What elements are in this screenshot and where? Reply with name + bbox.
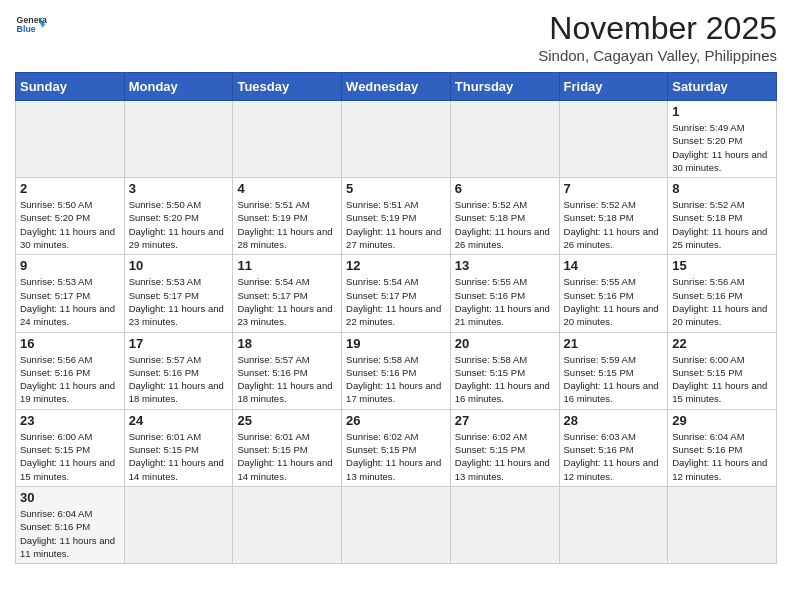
date-number: 30 [20, 490, 120, 505]
cell-content: Sunrise: 5:51 AM Sunset: 5:19 PM Dayligh… [237, 198, 337, 251]
calendar-cell: 14Sunrise: 5:55 AM Sunset: 5:16 PM Dayli… [559, 255, 668, 332]
calendar-cell: 8Sunrise: 5:52 AM Sunset: 5:18 PM Daylig… [668, 178, 777, 255]
calendar-cell: 13Sunrise: 5:55 AM Sunset: 5:16 PM Dayli… [450, 255, 559, 332]
cell-content: Sunrise: 5:52 AM Sunset: 5:18 PM Dayligh… [455, 198, 555, 251]
generalblue-logo-icon: General Blue [15, 10, 47, 42]
cell-content: Sunrise: 5:53 AM Sunset: 5:17 PM Dayligh… [129, 275, 229, 328]
calendar-cell: 23Sunrise: 6:00 AM Sunset: 5:15 PM Dayli… [16, 409, 125, 486]
day-header-thursday: Thursday [450, 73, 559, 101]
cell-content: Sunrise: 5:52 AM Sunset: 5:18 PM Dayligh… [564, 198, 664, 251]
calendar-table: SundayMondayTuesdayWednesdayThursdayFrid… [15, 72, 777, 564]
calendar-cell: 30Sunrise: 6:04 AM Sunset: 5:16 PM Dayli… [16, 486, 125, 563]
cell-content: Sunrise: 5:58 AM Sunset: 5:16 PM Dayligh… [346, 353, 446, 406]
week-row-0: 1Sunrise: 5:49 AM Sunset: 5:20 PM Daylig… [16, 101, 777, 178]
calendar-cell [450, 101, 559, 178]
page-container: General Blue November 2025 Sindon, Cagay… [15, 10, 777, 564]
location-subtitle: Sindon, Cagayan Valley, Philippines [538, 47, 777, 64]
date-number: 1 [672, 104, 772, 119]
title-section: November 2025 Sindon, Cagayan Valley, Ph… [538, 10, 777, 64]
day-header-friday: Friday [559, 73, 668, 101]
week-row-2: 9Sunrise: 5:53 AM Sunset: 5:17 PM Daylig… [16, 255, 777, 332]
cell-content: Sunrise: 6:03 AM Sunset: 5:16 PM Dayligh… [564, 430, 664, 483]
day-header-tuesday: Tuesday [233, 73, 342, 101]
calendar-cell [342, 101, 451, 178]
cell-content: Sunrise: 5:54 AM Sunset: 5:17 PM Dayligh… [237, 275, 337, 328]
week-row-1: 2Sunrise: 5:50 AM Sunset: 5:20 PM Daylig… [16, 178, 777, 255]
cell-content: Sunrise: 6:04 AM Sunset: 5:16 PM Dayligh… [20, 507, 120, 560]
cell-content: Sunrise: 5:57 AM Sunset: 5:16 PM Dayligh… [237, 353, 337, 406]
date-number: 15 [672, 258, 772, 273]
date-number: 12 [346, 258, 446, 273]
date-number: 28 [564, 413, 664, 428]
calendar-cell: 11Sunrise: 5:54 AM Sunset: 5:17 PM Dayli… [233, 255, 342, 332]
cell-content: Sunrise: 6:02 AM Sunset: 5:15 PM Dayligh… [455, 430, 555, 483]
calendar-cell: 7Sunrise: 5:52 AM Sunset: 5:18 PM Daylig… [559, 178, 668, 255]
date-number: 10 [129, 258, 229, 273]
calendar-cell: 25Sunrise: 6:01 AM Sunset: 5:15 PM Dayli… [233, 409, 342, 486]
date-number: 22 [672, 336, 772, 351]
cell-content: Sunrise: 5:59 AM Sunset: 5:15 PM Dayligh… [564, 353, 664, 406]
date-number: 6 [455, 181, 555, 196]
calendar-cell: 29Sunrise: 6:04 AM Sunset: 5:16 PM Dayli… [668, 409, 777, 486]
day-header-sunday: Sunday [16, 73, 125, 101]
calendar-cell: 10Sunrise: 5:53 AM Sunset: 5:17 PM Dayli… [124, 255, 233, 332]
cell-content: Sunrise: 6:01 AM Sunset: 5:15 PM Dayligh… [129, 430, 229, 483]
header-row: SundayMondayTuesdayWednesdayThursdayFrid… [16, 73, 777, 101]
cell-content: Sunrise: 6:01 AM Sunset: 5:15 PM Dayligh… [237, 430, 337, 483]
calendar-cell: 16Sunrise: 5:56 AM Sunset: 5:16 PM Dayli… [16, 332, 125, 409]
date-number: 25 [237, 413, 337, 428]
cell-content: Sunrise: 5:53 AM Sunset: 5:17 PM Dayligh… [20, 275, 120, 328]
cell-content: Sunrise: 6:00 AM Sunset: 5:15 PM Dayligh… [672, 353, 772, 406]
calendar-cell: 19Sunrise: 5:58 AM Sunset: 5:16 PM Dayli… [342, 332, 451, 409]
cell-content: Sunrise: 6:04 AM Sunset: 5:16 PM Dayligh… [672, 430, 772, 483]
cell-content: Sunrise: 5:55 AM Sunset: 5:16 PM Dayligh… [455, 275, 555, 328]
date-number: 27 [455, 413, 555, 428]
date-number: 11 [237, 258, 337, 273]
date-number: 20 [455, 336, 555, 351]
calendar-cell [559, 486, 668, 563]
cell-content: Sunrise: 5:58 AM Sunset: 5:15 PM Dayligh… [455, 353, 555, 406]
calendar-cell [233, 101, 342, 178]
date-number: 13 [455, 258, 555, 273]
day-header-wednesday: Wednesday [342, 73, 451, 101]
calendar-cell: 9Sunrise: 5:53 AM Sunset: 5:17 PM Daylig… [16, 255, 125, 332]
calendar-cell: 15Sunrise: 5:56 AM Sunset: 5:16 PM Dayli… [668, 255, 777, 332]
date-number: 29 [672, 413, 772, 428]
cell-content: Sunrise: 5:57 AM Sunset: 5:16 PM Dayligh… [129, 353, 229, 406]
cell-content: Sunrise: 5:56 AM Sunset: 5:16 PM Dayligh… [20, 353, 120, 406]
logo: General Blue [15, 10, 47, 42]
calendar-cell: 6Sunrise: 5:52 AM Sunset: 5:18 PM Daylig… [450, 178, 559, 255]
calendar-cell: 24Sunrise: 6:01 AM Sunset: 5:15 PM Dayli… [124, 409, 233, 486]
cell-content: Sunrise: 5:52 AM Sunset: 5:18 PM Dayligh… [672, 198, 772, 251]
calendar-cell [342, 486, 451, 563]
day-header-saturday: Saturday [668, 73, 777, 101]
calendar-cell: 1Sunrise: 5:49 AM Sunset: 5:20 PM Daylig… [668, 101, 777, 178]
date-number: 16 [20, 336, 120, 351]
cell-content: Sunrise: 5:56 AM Sunset: 5:16 PM Dayligh… [672, 275, 772, 328]
date-number: 19 [346, 336, 446, 351]
calendar-cell: 26Sunrise: 6:02 AM Sunset: 5:15 PM Dayli… [342, 409, 451, 486]
date-number: 7 [564, 181, 664, 196]
week-row-3: 16Sunrise: 5:56 AM Sunset: 5:16 PM Dayli… [16, 332, 777, 409]
calendar-cell [450, 486, 559, 563]
calendar-cell [233, 486, 342, 563]
calendar-cell: 28Sunrise: 6:03 AM Sunset: 5:16 PM Dayli… [559, 409, 668, 486]
calendar-cell [16, 101, 125, 178]
calendar-cell: 22Sunrise: 6:00 AM Sunset: 5:15 PM Dayli… [668, 332, 777, 409]
calendar-cell: 21Sunrise: 5:59 AM Sunset: 5:15 PM Dayli… [559, 332, 668, 409]
calendar-cell: 20Sunrise: 5:58 AM Sunset: 5:15 PM Dayli… [450, 332, 559, 409]
cell-content: Sunrise: 5:50 AM Sunset: 5:20 PM Dayligh… [129, 198, 229, 251]
date-number: 14 [564, 258, 664, 273]
date-number: 8 [672, 181, 772, 196]
cell-content: Sunrise: 6:00 AM Sunset: 5:15 PM Dayligh… [20, 430, 120, 483]
calendar-cell [668, 486, 777, 563]
month-title: November 2025 [538, 10, 777, 47]
week-row-4: 23Sunrise: 6:00 AM Sunset: 5:15 PM Dayli… [16, 409, 777, 486]
calendar-cell: 3Sunrise: 5:50 AM Sunset: 5:20 PM Daylig… [124, 178, 233, 255]
date-number: 18 [237, 336, 337, 351]
calendar-cell [559, 101, 668, 178]
calendar-cell: 17Sunrise: 5:57 AM Sunset: 5:16 PM Dayli… [124, 332, 233, 409]
cell-content: Sunrise: 5:50 AM Sunset: 5:20 PM Dayligh… [20, 198, 120, 251]
week-row-5: 30Sunrise: 6:04 AM Sunset: 5:16 PM Dayli… [16, 486, 777, 563]
date-number: 2 [20, 181, 120, 196]
